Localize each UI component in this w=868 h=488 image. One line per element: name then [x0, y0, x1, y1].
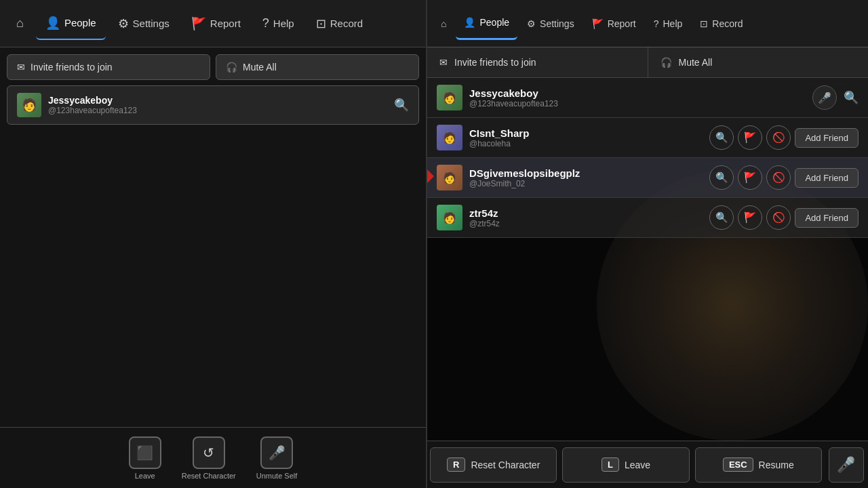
- leave-label: Leave: [135, 472, 155, 480]
- player-handle-jessycakeboy: @123haveacupoftea123: [469, 99, 806, 108]
- right-nav-report[interactable]: 🚩 Report: [584, 7, 644, 40]
- left-nav-settings-label: Settings: [133, 18, 170, 29]
- left-mute-all-button[interactable]: 🎧 Mute All: [216, 54, 419, 80]
- player-actions-ztr54z: 🔍 🚩 🚫 Add Friend: [709, 205, 859, 230]
- dsgive-flag-icon[interactable]: 🚩: [738, 165, 762, 190]
- ztr54z-flag-icon[interactable]: 🚩: [738, 205, 762, 230]
- left-invite-button[interactable]: ✉ Invite friends to join: [7, 54, 210, 80]
- player-avatar-jessycakeboy: 🧑: [437, 85, 462, 110]
- right-settings-icon: ⚙: [527, 18, 536, 29]
- left-nav-help-label: Help: [273, 18, 294, 29]
- ztr54z-search-icon[interactable]: 🔍: [709, 205, 734, 230]
- reset-character-icon: ↺: [193, 436, 225, 469]
- right-mute-all-button[interactable]: 🎧 Mute All: [648, 47, 869, 77]
- left-nav-home[interactable]: ⌂: [7, 7, 33, 40]
- left-bottom-bar: ⬛ Leave ↺ Reset Character 🎤 Unmute Self: [0, 427, 426, 488]
- right-people-icon: 👤: [464, 17, 475, 28]
- resume-button[interactable]: ESC Resume: [695, 447, 822, 483]
- player-name-dsgive: DSgivemeslopsibegplz: [469, 167, 703, 179]
- cisnt-sharp-add-friend-button[interactable]: Add Friend: [795, 128, 859, 148]
- player-actions-cisnt-sharp: 🔍 🚩 🚫 Add Friend: [709, 125, 859, 150]
- right-nav: ⌂ 👤 People ⚙ Settings 🚩 Report ? Help ⊡ …: [427, 0, 868, 47]
- player-handle-dsgive: @JoeSmith_02: [469, 179, 703, 188]
- right-content: ✉ Invite friends to join 🎧 Mute All 🧑 Je…: [427, 47, 868, 441]
- right-bottom-bar: R Reset Character L Leave ESC Resume 🎤: [427, 441, 868, 488]
- left-search-button[interactable]: 🔍: [394, 98, 409, 113]
- left-mute-label: Mute All: [243, 62, 277, 73]
- player-info-cisnt-sharp: CIsnt_Sharp @hacoleha: [469, 127, 703, 148]
- player-row-jessycakeboy[interactable]: 🧑 Jessycakeboy @123haveacupoftea123 🎤 🔍: [427, 78, 868, 118]
- left-nav-record[interactable]: ⊡ Record: [307, 7, 372, 40]
- right-mute-all-label: Mute All: [679, 57, 713, 68]
- player-handle-ztr54z: @ztr54z: [469, 219, 703, 228]
- leave-action[interactable]: ⬛ Leave: [129, 436, 161, 480]
- reset-character-btn-label: Reset Character: [471, 460, 540, 470]
- right-nav-people-label: People: [479, 17, 509, 28]
- reset-key-badge: R: [447, 458, 465, 472]
- right-nav-people[interactable]: 👤 People: [456, 7, 517, 40]
- player-info-jessycakeboy: Jessycakeboy @123haveacupoftea123: [469, 87, 806, 108]
- settings-icon: ⚙: [118, 16, 129, 31]
- right-record-icon: ⊡: [700, 18, 708, 29]
- right-invite-icon: ✉: [439, 57, 448, 68]
- left-nav: ⌂ 👤 People ⚙ Settings 🚩 Report ? Help ⊡ …: [0, 0, 426, 47]
- ztr54z-add-friend-button[interactable]: Add Friend: [795, 208, 859, 228]
- help-icon: ?: [262, 16, 269, 30]
- dsgive-search-icon[interactable]: 🔍: [709, 165, 734, 190]
- left-nav-people[interactable]: 👤 People: [36, 7, 106, 40]
- player-row-dsgive[interactable]: 🧑 DSgivemeslopsibegplz @JoeSmith_02 🔍 🚩 …: [427, 158, 868, 198]
- mic-icon: 🎤: [837, 456, 855, 474]
- left-player-handle: @123haveacupoftea123: [48, 106, 387, 115]
- left-player-row[interactable]: 🧑 Jessycakeboy @123haveacupoftea123 🔍: [7, 85, 419, 125]
- right-home-icon: ⌂: [441, 18, 446, 29]
- left-content: ✉ Invite friends to join 🎧 Mute All 🧑 Je…: [0, 47, 426, 427]
- right-nav-home[interactable]: ⌂: [433, 7, 454, 40]
- right-action-row: ✉ Invite friends to join 🎧 Mute All: [427, 47, 868, 78]
- right-nav-record[interactable]: ⊡ Record: [692, 7, 751, 40]
- cisnt-sharp-search-icon[interactable]: 🔍: [709, 125, 734, 150]
- right-help-icon: ?: [654, 18, 659, 29]
- player-row-cisnt-sharp[interactable]: 🧑 CIsnt_Sharp @hacoleha 🔍 🚩 🚫 Add Friend: [427, 118, 868, 158]
- right-invite-label: Invite friends to join: [454, 57, 536, 68]
- player-handle-cisnt-sharp: @hacoleha: [469, 139, 703, 148]
- mute-icon: 🎧: [226, 62, 237, 73]
- left-nav-report-label: Report: [210, 18, 241, 29]
- ztr54z-block-icon[interactable]: 🚫: [766, 205, 791, 230]
- left-player-name: Jessycakeboy: [48, 95, 387, 106]
- cisnt-sharp-flag-icon[interactable]: 🚩: [738, 125, 762, 150]
- dsgive-add-friend-button[interactable]: Add Friend: [795, 168, 859, 188]
- left-nav-record-label: Record: [330, 18, 363, 29]
- dsgive-block-icon[interactable]: 🚫: [766, 165, 791, 190]
- resume-key-badge: ESC: [723, 458, 753, 472]
- leave-icon: ⬛: [129, 436, 161, 469]
- home-icon: ⌂: [16, 16, 24, 30]
- left-nav-settings[interactable]: ⚙ Settings: [108, 7, 179, 40]
- right-nav-settings-label: Settings: [540, 18, 574, 29]
- left-nav-people-label: People: [64, 17, 96, 28]
- right-invite-button[interactable]: ✉ Invite friends to join: [427, 47, 648, 77]
- right-nav-record-label: Record: [712, 18, 743, 29]
- leave-btn-label: Leave: [625, 460, 650, 470]
- unmute-label: Unmute Self: [256, 472, 298, 480]
- unmute-self-action[interactable]: 🎤 Unmute Self: [256, 436, 298, 480]
- right-mute-icon: 🎧: [660, 57, 672, 68]
- player-avatar-cisnt-sharp: 🧑: [437, 125, 462, 150]
- left-invite-label: Invite friends to join: [31, 62, 113, 73]
- right-nav-settings[interactable]: ⚙ Settings: [519, 7, 583, 40]
- left-nav-help[interactable]: ? Help: [253, 7, 304, 40]
- player-name-ztr54z: ztr54z: [469, 207, 703, 219]
- reset-character-button[interactable]: R Reset Character: [430, 447, 557, 483]
- cisnt-sharp-block-icon[interactable]: 🚫: [766, 125, 791, 150]
- reset-character-action[interactable]: ↺ Reset Character: [182, 436, 236, 480]
- jessycakeboy-mic-icon: 🎤: [812, 85, 837, 110]
- mic-button[interactable]: 🎤: [829, 447, 864, 483]
- resume-btn-label: Resume: [759, 460, 794, 470]
- leave-button[interactable]: L Leave: [562, 447, 689, 483]
- player-info-ztr54z: ztr54z @ztr54z: [469, 207, 703, 228]
- right-nav-help[interactable]: ? Help: [646, 7, 691, 40]
- right-player-list: 🧑 Jessycakeboy @123haveacupoftea123 🎤 🔍 …: [427, 78, 868, 238]
- reset-character-label: Reset Character: [182, 472, 236, 480]
- jessycakeboy-search-button[interactable]: 🔍: [844, 90, 859, 105]
- left-nav-report[interactable]: 🚩 Report: [182, 7, 250, 40]
- player-row-ztr54z[interactable]: 🧑 ztr54z @ztr54z 🔍 🚩 🚫 Add Friend: [427, 198, 868, 238]
